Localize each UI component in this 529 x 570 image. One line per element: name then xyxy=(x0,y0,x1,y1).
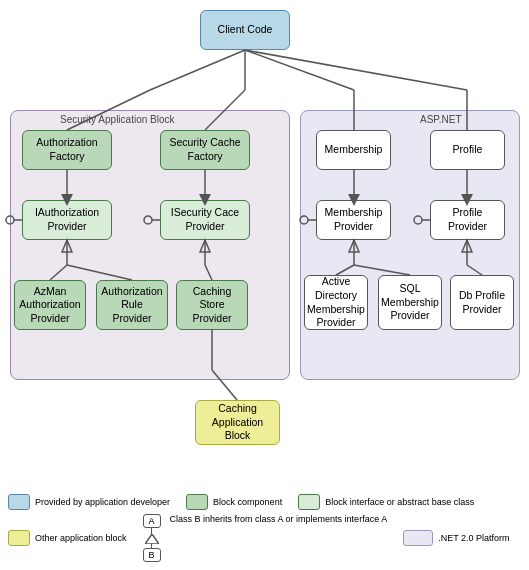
client-code-box: Client Code xyxy=(200,10,290,50)
legend-provided: Provided by application developer xyxy=(8,494,170,510)
legend-block-interface: Block interface or abstract base class xyxy=(298,494,474,510)
db-profile-box: Db Profile Provider xyxy=(450,275,514,330)
security-region-label: Security Application Block xyxy=(60,114,175,125)
legend-dotnet: .NET 2.0 Platform xyxy=(403,514,509,562)
legend: Provided by application developer Block … xyxy=(8,494,521,562)
svg-line-0 xyxy=(150,50,245,90)
caching-app-block-box: Caching Application Block xyxy=(195,400,280,445)
legend-inherit: A B Class B inherits from class A or imp… xyxy=(143,514,388,562)
membership-box: Membership xyxy=(316,130,391,170)
sql-membership-box: SQL Membership Provider xyxy=(378,275,442,330)
svg-line-6 xyxy=(245,50,467,90)
azman-box: AzMan Authorization Provider xyxy=(14,280,86,330)
diagram: Security Application Block ASP.NET Clien… xyxy=(0,0,529,570)
caching-store-box: Caching Store Provider xyxy=(176,280,248,330)
aspnet-region-label: ASP.NET xyxy=(420,114,462,125)
active-directory-box: Active Directory Membership Provider xyxy=(304,275,368,330)
legend-other-app: Other application block xyxy=(8,514,127,562)
svg-line-4 xyxy=(245,50,354,90)
iauth-provider-box: IAuthorization Provider xyxy=(22,200,112,240)
membership-provider-box: Membership Provider xyxy=(316,200,391,240)
legend-block-component: Block component xyxy=(186,494,282,510)
profile-provider-box: Profile Provider xyxy=(430,200,505,240)
profile-box: Profile xyxy=(430,130,505,170)
auth-factory-box: Authorization Factory xyxy=(22,130,112,170)
svg-marker-36 xyxy=(145,534,159,544)
security-cache-factory-box: Security Cache Factory xyxy=(160,130,250,170)
auth-rule-box: Authorization Rule Provider xyxy=(96,280,168,330)
isecurity-cache-box: ISecurity Cace Provider xyxy=(160,200,250,240)
